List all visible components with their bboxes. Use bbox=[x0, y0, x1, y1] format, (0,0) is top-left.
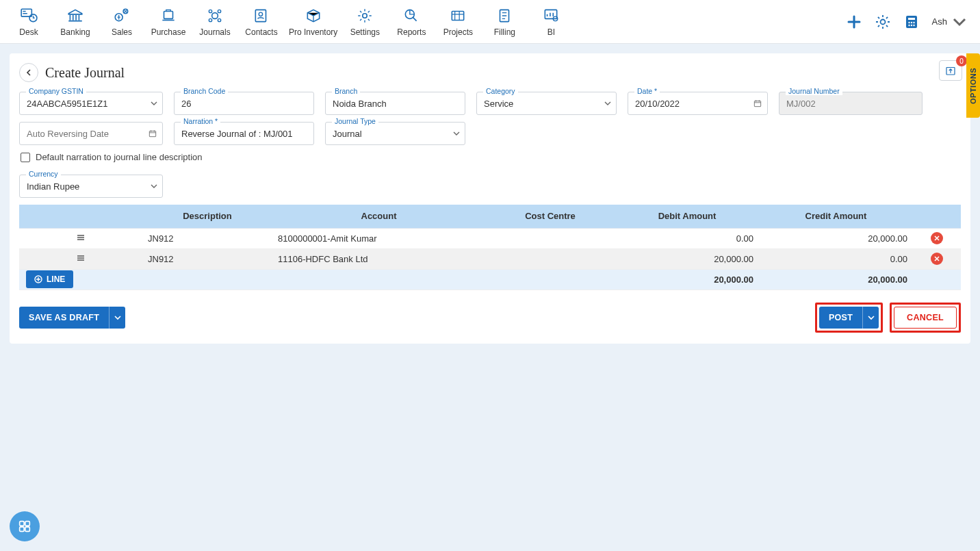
chevron-left-icon bbox=[25, 68, 33, 77]
company-gstin-input[interactable] bbox=[19, 92, 163, 115]
nav-label: Desk bbox=[19, 27, 38, 37]
post-group: POST bbox=[819, 307, 879, 329]
nav-contacts[interactable]: Contacts bbox=[242, 7, 281, 37]
auto-reversing-field[interactable] bbox=[19, 122, 163, 145]
cell-credit[interactable]: 0.00 bbox=[759, 248, 913, 269]
cell-description[interactable]: JN912 bbox=[142, 228, 272, 248]
nav-projects[interactable]: Projects bbox=[439, 7, 477, 37]
svg-point-18 bbox=[880, 19, 885, 24]
table-row[interactable]: JN912 11106-HDFC Bank Ltd 20,000.00 0.00 bbox=[19, 248, 961, 269]
default-narration-checkbox[interactable] bbox=[21, 153, 30, 162]
journal-type-field[interactable]: Journal Type bbox=[325, 122, 465, 145]
nav-label: Sales bbox=[112, 27, 132, 37]
journal-type-input[interactable] bbox=[325, 122, 465, 145]
currency-field[interactable]: Currency bbox=[19, 175, 163, 198]
branch-input[interactable] bbox=[325, 92, 465, 115]
upload-icon bbox=[944, 64, 957, 77]
nav-sales[interactable]: Sales bbox=[103, 7, 141, 37]
options-side-tab[interactable]: OPTIONS bbox=[966, 53, 980, 118]
drag-handle-icon[interactable] bbox=[76, 233, 86, 242]
upload-attachments-button[interactable]: 0 bbox=[939, 60, 962, 81]
nav-label: BI bbox=[547, 27, 555, 37]
svg-point-24 bbox=[908, 24, 910, 25]
date-input[interactable] bbox=[628, 92, 768, 115]
date-field[interactable]: Date * bbox=[628, 92, 768, 115]
nav-label: Pro Inventory bbox=[289, 27, 337, 37]
user-menu[interactable]: Ash bbox=[932, 14, 968, 30]
cell-account[interactable]: 8100000001-Amit Kumar bbox=[272, 228, 485, 248]
nav-settings[interactable]: Settings bbox=[346, 7, 384, 37]
svg-point-7 bbox=[218, 10, 220, 12]
cell-credit[interactable]: 20,000.00 bbox=[759, 228, 913, 248]
svg-rect-14 bbox=[452, 11, 464, 20]
cell-debit[interactable]: 20,000.00 bbox=[615, 248, 759, 269]
field-label: Company GSTIN bbox=[26, 87, 86, 95]
field-label: Branch bbox=[332, 87, 360, 95]
nav-desk[interactable]: Desk bbox=[10, 7, 48, 37]
settings-icon bbox=[355, 7, 374, 25]
nav-label: Contacts bbox=[245, 27, 277, 37]
user-name: Ash bbox=[932, 16, 947, 27]
cell-cost-centre[interactable] bbox=[485, 228, 615, 248]
nav-reports[interactable]: Reports bbox=[392, 7, 430, 37]
nav-purchase[interactable]: Purchase bbox=[149, 7, 188, 37]
nav-journals[interactable]: Journals bbox=[196, 7, 234, 37]
branch-field[interactable]: Branch bbox=[325, 92, 465, 115]
table-row[interactable]: JN912 8100000001-Amit Kumar 0.00 20,000.… bbox=[19, 228, 961, 248]
post-button[interactable]: POST bbox=[819, 307, 862, 329]
nav-filling[interactable]: Filling bbox=[485, 7, 524, 37]
back-button[interactable] bbox=[19, 63, 38, 82]
cell-debit[interactable]: 0.00 bbox=[615, 228, 759, 248]
nav-items: Desk Banking Sales Purchase Journals Con… bbox=[10, 7, 570, 37]
add-line-label: LINE bbox=[47, 274, 65, 284]
company-gstin-field[interactable]: Company GSTIN bbox=[19, 92, 163, 115]
nav-label: Reports bbox=[397, 27, 426, 37]
bank-icon bbox=[66, 7, 85, 25]
currency-input[interactable] bbox=[19, 175, 163, 198]
field-label: Narration * bbox=[181, 117, 220, 125]
field-label: Currency bbox=[26, 170, 61, 178]
journal-number-input bbox=[779, 92, 923, 115]
col-drag bbox=[19, 205, 142, 228]
cell-account[interactable]: 11106-HDFC Bank Ltd bbox=[272, 248, 485, 269]
category-input[interactable] bbox=[476, 92, 617, 115]
add-line-button[interactable]: LINE bbox=[26, 270, 73, 288]
nav-pro-inventory[interactable]: Pro Inventory bbox=[289, 7, 337, 37]
svg-point-21 bbox=[908, 21, 910, 23]
calculator-icon[interactable] bbox=[903, 14, 920, 30]
cell-description[interactable]: JN912 bbox=[142, 248, 272, 269]
gear-icon[interactable] bbox=[875, 14, 891, 30]
svg-point-5 bbox=[212, 12, 218, 18]
field-label: Date * bbox=[634, 87, 660, 95]
svg-point-22 bbox=[910, 21, 912, 23]
cancel-button[interactable]: CANCEL bbox=[894, 307, 957, 329]
svg-point-25 bbox=[910, 24, 912, 25]
total-credit: 20,000.00 bbox=[759, 269, 913, 290]
drag-handle-icon[interactable] bbox=[76, 253, 86, 263]
cell-cost-centre[interactable] bbox=[485, 248, 615, 269]
auto-reversing-input[interactable] bbox=[19, 122, 163, 145]
post-dropdown[interactable] bbox=[862, 307, 879, 329]
add-icon[interactable] bbox=[846, 14, 862, 30]
bi-icon bbox=[541, 7, 560, 25]
narration-input[interactable] bbox=[174, 122, 314, 145]
branch-code-field[interactable]: Branch Code bbox=[174, 92, 314, 115]
nav-banking[interactable]: Banking bbox=[56, 7, 94, 37]
nav-label: Purchase bbox=[151, 27, 186, 37]
nav-label: Journals bbox=[199, 27, 230, 37]
branch-code-input[interactable] bbox=[174, 92, 314, 115]
remove-row-button[interactable] bbox=[931, 253, 943, 265]
remove-row-button[interactable] bbox=[931, 232, 943, 244]
category-field[interactable]: Category bbox=[476, 92, 617, 115]
top-actions: Ash bbox=[846, 14, 968, 30]
svg-point-12 bbox=[363, 13, 368, 18]
nav-bi[interactable]: BI bbox=[532, 7, 570, 37]
default-narration-row[interactable]: Default narration to journal line descri… bbox=[21, 152, 961, 162]
save-draft-group: SAVE AS DRAFT bbox=[19, 307, 125, 329]
totals-row: LINE 20,000.00 20,000.00 bbox=[19, 269, 961, 290]
save-draft-dropdown[interactable] bbox=[109, 307, 125, 329]
narration-field[interactable]: Narration * bbox=[174, 122, 314, 145]
inventory-icon bbox=[304, 7, 323, 25]
save-draft-button[interactable]: SAVE AS DRAFT bbox=[19, 307, 109, 329]
desk-icon bbox=[19, 7, 38, 25]
